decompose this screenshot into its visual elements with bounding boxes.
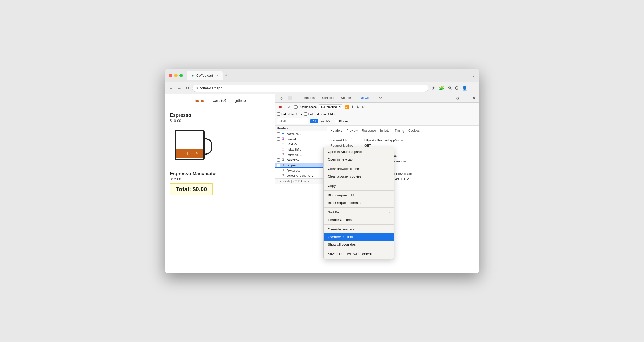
- network-item-coffee-ca[interactable]: ☰ coffee-ca...: [275, 131, 327, 136]
- tab-more[interactable]: >>: [375, 94, 386, 102]
- profile-button[interactable]: 👤: [461, 85, 468, 92]
- network-list-header: Headers: [275, 126, 327, 131]
- cm-header-options[interactable]: Header Options ›: [324, 216, 394, 224]
- extensions-button[interactable]: 🧩: [438, 85, 445, 92]
- throttle-select[interactable]: No throttling: [319, 104, 342, 109]
- item-checkbox-7[interactable]: [277, 164, 280, 167]
- cm-show-overrides[interactable]: Show all overrides: [324, 241, 394, 248]
- item-icon-8: ☐: [282, 169, 285, 172]
- reload-button[interactable]: ↻: [185, 85, 190, 92]
- record-button[interactable]: ⏺: [277, 104, 284, 110]
- item-checkbox-6[interactable]: [277, 158, 280, 162]
- devtools-more-icon[interactable]: ⋮: [463, 95, 469, 101]
- menu-button[interactable]: ⋮: [470, 85, 476, 92]
- blocked-label[interactable]: Blocked: [335, 120, 349, 123]
- context-menu: Open in Sources panel Open in new tab Cl…: [323, 147, 394, 259]
- network-item-normalize[interactable]: ☐ normalize...: [275, 136, 327, 142]
- product-macchiato: Espresso Macchiato $12.00 Total: $0.00: [170, 171, 269, 195]
- mug-label: espresso: [170, 151, 212, 155]
- filter-input[interactable]: [277, 118, 308, 124]
- browser-window: ▼ Coffee cart ✕ + ⌄ ← → ↻ ⊕ coffee-cart.…: [165, 69, 479, 273]
- product2-name: Espresso Macchiato: [170, 171, 269, 176]
- cm-copy[interactable]: Copy ›: [324, 182, 394, 190]
- detail-tab-response[interactable]: Response: [362, 129, 376, 134]
- detail-tab-headers[interactable]: Headers: [330, 129, 342, 134]
- item-icon-3: ◫: [282, 142, 285, 146]
- cm-block-url[interactable]: Block request URL: [324, 191, 394, 199]
- item-checkbox-9[interactable]: [277, 174, 280, 177]
- hide-ext-urls-checkbox[interactable]: [304, 112, 307, 116]
- item-checkbox-3[interactable]: [277, 143, 280, 146]
- tab-close-icon[interactable]: ✕: [216, 74, 218, 77]
- cm-clear-cache[interactable]: Clear browser cache: [324, 165, 394, 173]
- network-status: 9 requests | 279 B transfe: [275, 178, 327, 184]
- network-item-index8bf[interactable]: ◫ index-8bf...: [275, 147, 327, 152]
- cm-save-har[interactable]: Save all as HAR with content: [324, 250, 394, 258]
- tab-network[interactable]: Network: [356, 94, 375, 102]
- detail-tab-timing[interactable]: Timing: [395, 129, 404, 134]
- stop-button[interactable]: ⊘: [286, 104, 292, 110]
- tab-sources[interactable]: Sources: [337, 94, 356, 102]
- nav-github[interactable]: github: [234, 98, 246, 103]
- site-body: Espresso $10.00: [165, 107, 275, 207]
- hide-ext-urls-label[interactable]: Hide extension URLs: [304, 112, 335, 116]
- tab-console[interactable]: Console: [318, 94, 337, 102]
- devtools-inspector-icon[interactable]: ⊹: [278, 95, 285, 101]
- item-checkbox-5[interactable]: [277, 153, 280, 156]
- cm-override-content[interactable]: Override content: [324, 233, 394, 241]
- maximize-button[interactable]: [179, 74, 183, 77]
- hide-data-urls-checkbox[interactable]: [277, 112, 280, 116]
- settings2-icon: ⚙: [362, 105, 365, 109]
- grammarly-button[interactable]: G: [454, 85, 459, 92]
- network-item-favicon[interactable]: ☐ favicon.ico: [275, 168, 327, 173]
- bookmark-button[interactable]: ★: [431, 85, 436, 92]
- new-tab-button[interactable]: +: [225, 73, 228, 78]
- network-item-indexb85[interactable]: ☐ index-b85...: [275, 152, 327, 157]
- address-bar[interactable]: ⊕ coffee-cart.app: [192, 85, 428, 92]
- item-checkbox-4[interactable]: [277, 148, 280, 151]
- close-button[interactable]: [169, 74, 172, 77]
- disable-cache-label[interactable]: Disable cache: [294, 105, 317, 109]
- forward-button[interactable]: →: [176, 85, 183, 92]
- detail-tab-cookies[interactable]: Cookies: [408, 129, 420, 134]
- request-url-field: Request URL: https://coffee-cart.app/lis…: [330, 139, 476, 142]
- nav-cart[interactable]: cart (0): [213, 98, 226, 103]
- minimize-button[interactable]: [174, 74, 178, 77]
- cm-open-sources[interactable]: Open in Sources panel: [324, 148, 394, 156]
- network-item-js-gtag[interactable]: ◫ js?id=G-L...: [275, 142, 327, 147]
- title-bar: ▼ Coffee cart ✕ + ⌄: [165, 69, 479, 82]
- filter-fetch[interactable]: Fetch/X: [318, 119, 332, 123]
- filter-all[interactable]: All: [310, 119, 318, 123]
- nav-menu[interactable]: menu: [193, 98, 205, 103]
- network-item-collect[interactable]: ☐ collect?v-...: [275, 157, 327, 163]
- hide-data-urls-label[interactable]: Hide data URLs: [277, 112, 302, 116]
- detail-tab-initiator[interactable]: Initiator: [380, 129, 390, 134]
- cm-block-domain[interactable]: Block request domain: [324, 199, 394, 207]
- cm-header-arrow: ›: [389, 218, 390, 222]
- devtools-close-button[interactable]: ✕: [471, 95, 477, 101]
- item-checkbox-1[interactable]: [277, 132, 280, 135]
- blocked-checkbox[interactable]: [335, 120, 338, 123]
- item-checkbox-2[interactable]: [277, 137, 280, 141]
- network-item-collect2[interactable]: ☐ collect?v=2&tid=G-...: [275, 173, 327, 178]
- mug-svg: [170, 123, 212, 165]
- lab-button[interactable]: ⚗: [447, 85, 453, 92]
- devtools-device-icon[interactable]: ⬜: [286, 95, 294, 101]
- browser-tab[interactable]: ▼ Coffee cart ✕: [187, 71, 223, 80]
- tab-elements[interactable]: Elements: [298, 94, 318, 102]
- cm-clear-cookies[interactable]: Clear browser cookies: [324, 173, 394, 180]
- item-checkbox-8[interactable]: [277, 169, 280, 172]
- devtools-settings-icon[interactable]: ⚙: [454, 95, 461, 101]
- cm-override-headers[interactable]: Override headers: [324, 225, 394, 233]
- cm-sort-by[interactable]: Sort By ›: [324, 208, 394, 216]
- detail-tab-preview[interactable]: Preview: [346, 129, 358, 134]
- cm-sort-arrow: ›: [389, 211, 390, 214]
- cm-copy-arrow: ›: [389, 184, 390, 187]
- disable-cache-checkbox[interactable]: [294, 105, 298, 109]
- devtools-tabs: ⊹ ⬜ Elements Console Sources Network >> …: [275, 94, 479, 103]
- browser-dropdown-icon[interactable]: ⌄: [472, 74, 475, 78]
- network-item-listjson[interactable]: ☐ list.json: [275, 163, 327, 168]
- cm-open-new-tab[interactable]: Open in new tab: [324, 156, 394, 163]
- item-icon-5: ☐: [282, 153, 285, 157]
- back-button[interactable]: ←: [168, 85, 174, 92]
